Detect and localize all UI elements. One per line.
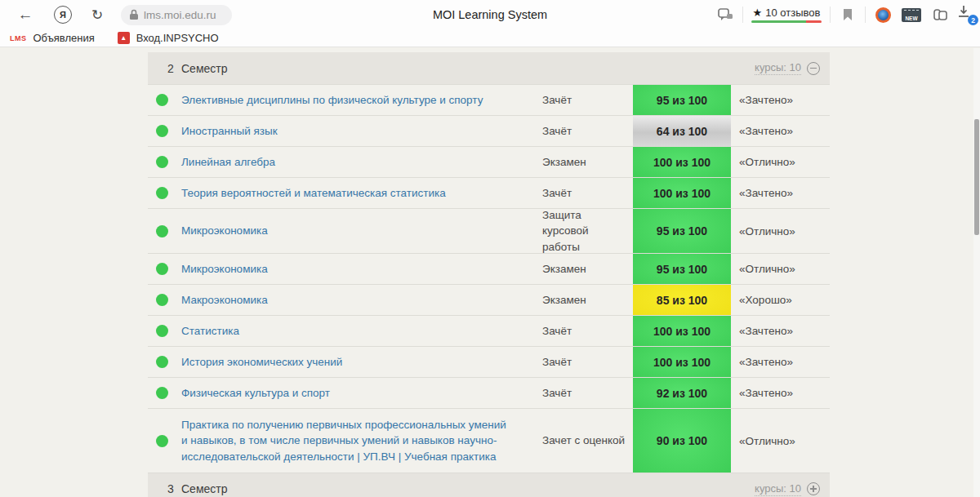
status-dot-icon <box>156 263 168 275</box>
course-row: Элективные дисциплины по физической куль… <box>148 84 830 115</box>
reviews-label: 10 отзывов <box>765 7 820 19</box>
semester-2-collapse-control[interactable]: курсы: 10 <box>755 61 820 75</box>
yandex-logo-icon[interactable]: Я <box>54 6 72 24</box>
grade-text: «Отлично» <box>731 435 830 447</box>
exam-type: Зачёт <box>542 354 633 371</box>
screenshot-new-icon[interactable]: NEW <box>900 6 923 24</box>
lock-icon <box>129 9 139 20</box>
downloads-button[interactable]: 2 <box>957 5 975 24</box>
bookmark-icon[interactable] <box>839 6 857 24</box>
exam-type: Защита курсовой работы <box>542 207 633 255</box>
score-badge: 64 из 100 <box>633 116 731 146</box>
score-badge: 100 из 100 <box>633 347 731 377</box>
bookmark-label: Объявления <box>33 32 95 44</box>
grade-text: «Хорошо» <box>731 294 830 306</box>
course-link[interactable]: Линейная алгебра <box>181 154 542 171</box>
course-row: Макроэкономика Экзамен 85 из 100 «Хорошо… <box>148 284 830 315</box>
course-row: Линейная алгебра Экзамен 100 из 100 «Отл… <box>148 146 830 177</box>
star-icon: ★ <box>753 7 763 19</box>
course-row: История экономических учений Зачёт 100 и… <box>148 346 830 377</box>
grade-text: «Зачтено» <box>731 356 830 368</box>
exam-type: Зачёт <box>542 385 633 402</box>
address-bar[interactable]: lms.moi.edu.ru <box>121 5 232 25</box>
site-feedback-icon[interactable] <box>716 6 734 24</box>
exam-type: Зачёт <box>542 185 633 202</box>
status-dot-icon <box>156 225 168 237</box>
url-text: lms.moi.edu.ru <box>144 9 216 21</box>
bookmark-item-inpsycho[interactable]: ▲ Вход.INPSYCHO <box>118 32 219 44</box>
course-row: Микроэкономика Экзамен 95 из 100 «Отличн… <box>148 253 830 284</box>
toolbar-divider <box>865 7 866 23</box>
semester-number: 3 <box>167 482 181 495</box>
exam-type: Экзамен <box>542 154 633 171</box>
course-row: Физическая культура и спорт Зачёт 92 из … <box>148 377 830 408</box>
course-link[interactable]: Макроэкономика <box>181 292 542 308</box>
grade-text: «Зачтено» <box>731 187 830 199</box>
toolbar-divider <box>742 7 743 23</box>
status-dot-icon <box>156 125 168 137</box>
semester-3-expand-control[interactable]: курсы: 10 <box>755 482 820 496</box>
course-link[interactable]: Физическая культура и спорт <box>181 385 542 402</box>
scrollbar-thumb[interactable] <box>974 119 979 235</box>
course-link[interactable]: Практика по получению первичных професси… <box>181 417 542 465</box>
collapse-minus-icon[interactable] <box>807 62 820 75</box>
score-badge: 95 из 100 <box>633 209 731 253</box>
grade-text: «Зачтено» <box>731 125 830 137</box>
course-row: Теория вероятностей и математическая ста… <box>148 177 830 208</box>
status-dot-icon <box>156 156 168 168</box>
back-icon[interactable]: ← <box>11 6 39 24</box>
score-badge: 100 из 100 <box>633 178 731 208</box>
grade-text: «Зачтено» <box>731 325 830 337</box>
exam-type: Зачёт <box>542 92 633 109</box>
bookmark-label: Вход.INPSYCHO <box>136 32 219 44</box>
courses-count-link: курсы: 10 <box>755 61 801 75</box>
grade-text: «Отлично» <box>731 225 830 237</box>
course-link[interactable]: Микроэкономика <box>181 223 542 239</box>
score-badge: 92 из 100 <box>633 378 731 408</box>
bookmark-item-announcements[interactable]: LMS Объявления <box>10 32 95 44</box>
lms-favicon: LMS <box>10 34 27 42</box>
status-dot-icon <box>156 187 168 199</box>
extension-globe-icon[interactable] <box>874 6 892 24</box>
course-link[interactable]: Микроэкономика <box>181 261 542 277</box>
exam-type: Зачёт <box>542 323 633 339</box>
grade-text: «Зачтено» <box>731 94 830 106</box>
bookmarks-bar: LMS Объявления ▲ Вход.INPSYCHO <box>0 29 980 47</box>
course-row: Статистика Зачёт 100 из 100 «Зачтено» <box>148 315 830 346</box>
browser-toolbar: ← Я ↻ lms.moi.edu.ru MOI Learning System… <box>0 0 980 29</box>
status-dot-icon <box>156 356 168 368</box>
expand-plus-icon[interactable] <box>807 482 820 495</box>
gradebook-table: 2 Семестр курсы: 10 Элективные дисциплин… <box>148 52 830 497</box>
exam-type: Зачет с оценкой <box>542 433 633 449</box>
semester-number: 2 <box>167 62 181 75</box>
semester-2-header: 2 Семестр курсы: 10 <box>148 52 830 84</box>
score-badge: 85 из 100 <box>633 285 731 315</box>
reviews-button[interactable]: ★ 10 отзывов <box>751 7 822 23</box>
exam-type: Зачёт <box>542 123 633 140</box>
semester-3-header: 3 Семестр курсы: 10 <box>148 473 830 497</box>
exam-type: Экзамен <box>542 292 633 308</box>
course-link[interactable]: Теория вероятностей и математическая ста… <box>181 185 542 202</box>
inpsycho-favicon: ▲ <box>118 32 130 44</box>
refresh-icon[interactable]: ↻ <box>83 7 111 24</box>
course-link[interactable]: Элективные дисциплины по физической куль… <box>181 92 542 109</box>
scrollbar-track[interactable] <box>973 48 980 497</box>
score-badge: 90 из 100 <box>633 409 731 473</box>
status-dot-icon <box>156 294 168 306</box>
course-link[interactable]: Статистика <box>181 323 542 339</box>
course-row: Микроэкономика Защита курсовой работы 95… <box>148 208 830 253</box>
grade-text: «Отлично» <box>731 263 830 275</box>
grade-text: «Зачтено» <box>731 387 830 399</box>
rating-bar <box>751 20 822 23</box>
status-dot-icon <box>156 325 168 337</box>
course-link[interactable]: Иностранный язык <box>181 123 542 140</box>
courses-count-link: курсы: 10 <box>755 482 801 496</box>
collections-icon[interactable] <box>931 6 949 24</box>
course-link[interactable]: История экономических учений <box>181 354 542 371</box>
status-dot-icon <box>156 387 168 399</box>
score-badge: 100 из 100 <box>633 147 731 177</box>
score-badge: 95 из 100 <box>633 254 731 284</box>
course-row: Иностранный язык Зачёт 64 из 100 «Зачтен… <box>148 115 830 146</box>
status-dot-icon <box>156 94 168 106</box>
toolbar-divider <box>830 7 831 23</box>
